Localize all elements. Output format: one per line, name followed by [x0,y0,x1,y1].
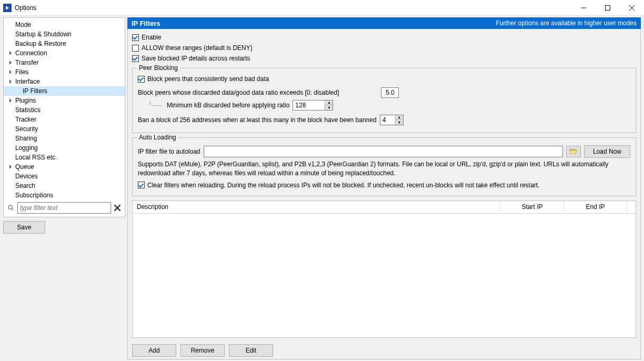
browse-button[interactable] [566,146,581,157]
min-kb-spin-up[interactable]: ▲ [325,101,333,105]
ban-block-input[interactable] [380,115,395,125]
clear-filters-checkbox[interactable] [138,182,145,188]
sidebar-item-label: Queue [15,163,34,171]
svg-line-5 [12,208,13,210]
remove-button[interactable]: Remove [180,344,225,357]
panel-header: IP Filters Further options are available… [127,17,641,29]
ban-block-label: Ban a block of 256 addresses when at lea… [138,116,377,124]
autoload-note: Supports DAT (eMule), P2P (PeerGuardian,… [138,160,630,178]
auto-loading-group: Auto Loading IP filter file to autoload … [132,137,636,196]
sidebar-item-subscriptions[interactable]: Subscriptions [4,190,125,200]
sidebar-item-label: Connection [15,49,47,57]
sidebar-item-interface[interactable]: Interface [4,77,125,86]
autoload-file-label: IP filter file to autoload [138,148,200,155]
app-icon [3,4,12,12]
sidebar-item-ip-filters[interactable]: IP Filters [4,86,125,96]
enable-label: Enable [142,34,161,41]
svg-point-4 [8,205,12,209]
auto-loading-title: Auto Loading [137,134,178,141]
window-controls [571,0,644,16]
sidebar-item-label: Tracker [15,116,36,123]
sidebar-item-sharing[interactable]: Sharing [4,134,125,143]
sidebar-item-connection[interactable]: Connection [4,48,125,58]
sidebar-item-label: Plugins [15,97,36,104]
sidebar-item-local-rss-etc-[interactable]: Local RSS etc. [4,153,125,162]
sidebar-item-label: Statistics [15,106,41,114]
svg-rect-1 [606,5,610,10]
sidebar-item-security[interactable]: Security [4,124,125,134]
tree-connector-icon: ╵--- [148,102,162,109]
sidebar-item-files[interactable]: Files [4,67,125,77]
panel-title: IP Filters [132,19,160,27]
filter-bar [4,200,125,217]
sidebar-item-search[interactable]: Search [4,181,125,190]
sidebar-item-label: Startup & Shutdown [15,31,72,38]
sidebar-item-label: Files [15,68,28,76]
sidebar-item-label: Logging [15,144,38,152]
sidebar-item-label: Interface [15,78,40,85]
sidebar-item-startup-shutdown[interactable]: Startup & Shutdown [4,29,125,39]
ratio-value-field[interactable]: 5.0 [381,87,399,98]
close-button[interactable] [620,0,644,16]
col-description[interactable]: Description [133,201,501,213]
block-bad-peers-checkbox[interactable] [138,76,145,83]
folder-open-icon [569,147,578,156]
maximize-button[interactable] [596,0,620,16]
expand-icon[interactable] [7,98,14,104]
allow-ranges-checkbox[interactable] [132,45,139,52]
block-bad-peers-label: Block peers that consistently send bad d… [147,75,269,83]
sidebar-item-label: IP Filters [23,87,47,95]
save-blocked-checkbox[interactable] [132,55,139,62]
save-bar: Save [0,219,126,236]
sidebar-item-label: Transfer [15,59,38,66]
table-body[interactable] [133,214,636,337]
expand-icon[interactable] [7,51,14,56]
sidebar-item-backup-restore[interactable]: Backup & Restore [4,39,125,48]
options-tree[interactable]: Mode Startup & Shutdown Backup & Restore… [4,18,125,200]
allow-ranges-label: ALLOW these ranges (default is DENY) [142,44,253,52]
expand-icon[interactable] [7,60,14,66]
sidebar-item-label: Mode [15,21,31,28]
min-kb-spin-down[interactable]: ▼ [325,105,333,110]
sidebar-item-label: Backup & Restore [15,40,66,47]
ban-block-spinner[interactable]: ▲ ▼ [380,115,404,125]
search-icon [7,204,15,212]
sidebar-item-logging[interactable]: Logging [4,143,125,153]
sidebar-item-transfer[interactable]: Transfer [4,58,125,67]
sidebar-item-label: Subscriptions [15,192,53,199]
sidebar-item-plugins[interactable]: Plugins [4,96,125,105]
sidebar-item-queue[interactable]: Queue [4,162,125,172]
ban-block-spin-down[interactable]: ▼ [396,120,403,125]
peer-blocking-group: Peer Blocking Block peers that consisten… [132,68,636,133]
col-end-ip[interactable]: End IP [564,201,627,213]
table-header: Description Start IP End IP [133,201,636,214]
col-spacer [627,201,636,213]
edit-button[interactable]: Edit [229,344,273,357]
clear-filter-icon[interactable] [113,204,122,212]
expand-icon[interactable] [7,164,14,170]
expand-icon[interactable] [7,79,14,85]
save-button[interactable]: Save [3,221,45,234]
autoload-file-input[interactable] [204,146,563,157]
sidebar-item-tracker[interactable]: Tracker [4,115,125,124]
sidebar-item-devices[interactable]: Devices [4,172,125,181]
col-start-ip[interactable]: Start IP [501,201,564,213]
min-kb-label: Minimum kB discarded before applying rat… [167,102,289,109]
enable-checkbox[interactable] [132,34,139,41]
load-now-button[interactable]: Load Now [584,145,630,158]
sidebar-item-statistics[interactable]: Statistics [4,105,125,115]
add-button[interactable]: Add [132,344,176,357]
peer-blocking-title: Peer Blocking [137,64,180,72]
min-kb-spinner[interactable]: ▲ ▼ [293,100,333,111]
min-kb-input[interactable] [293,101,325,110]
sidebar: Mode Startup & Shutdown Backup & Restore… [3,17,125,217]
sidebar-item-mode[interactable]: Mode [4,20,125,29]
ratio-label: Block peers whose discarded data/good da… [138,89,339,96]
sidebar-item-label: Sharing [15,135,37,142]
expand-icon[interactable] [7,69,14,75]
ban-block-spin-up[interactable]: ▲ [396,115,403,120]
filter-input[interactable] [17,202,111,214]
titlebar: Options [0,0,644,16]
minimize-button[interactable] [571,0,596,16]
sidebar-item-label: Devices [15,173,38,180]
